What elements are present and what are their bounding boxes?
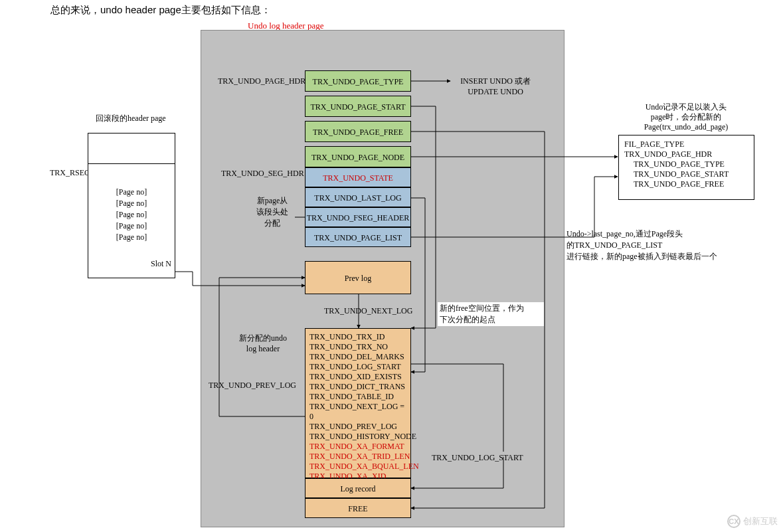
seg-hdr-cell: TRX_UNDO_STATE bbox=[305, 167, 411, 187]
seg-hdr-label: TRX_UNDO_SEG_HDR bbox=[221, 169, 304, 179]
hdr-line: TRX_UNDO_HISTORY_NODE bbox=[309, 432, 406, 442]
right-box-line: TRX_UNDO_PAGE_FREE bbox=[634, 179, 748, 189]
rseg-item: [Page no] bbox=[88, 232, 175, 243]
hdr-line: TRX_UNDO_TRX_NO bbox=[309, 342, 406, 352]
free-note: 新的free空间位置，作为 下次分配的起点 bbox=[438, 302, 544, 326]
rseg-item: [Page no] bbox=[88, 221, 175, 232]
rseg-box: [Page no] [Page no] [Page no] [Page no] … bbox=[88, 133, 175, 278]
free-cell: FREE bbox=[305, 498, 411, 518]
prev-log-label: TRX_UNDO_PREV_LOG bbox=[209, 381, 296, 391]
insert-update-note: INSERT UNDO 或者 UPDATE UNDO bbox=[449, 76, 542, 97]
hdr-line: TRX_UNDO_TRX_ID bbox=[309, 332, 406, 342]
hdr-line: TRX_UNDO_DEL_MARKS bbox=[309, 352, 406, 362]
hdr-line-xa: TRX_UNDO_XA_TRID_LEN bbox=[309, 452, 406, 462]
hdr-line: TRX_UNDO_NEXT_LOG = 0 bbox=[309, 402, 406, 422]
rseg-item: [Page no] bbox=[88, 209, 175, 221]
rseg-item: [Page no] bbox=[88, 198, 175, 209]
hdr-line: TRX_UNDO_TABLE_ID bbox=[309, 392, 406, 402]
slot-n-label: Slot N bbox=[88, 259, 175, 269]
watermark-icon: CX bbox=[727, 515, 740, 528]
rseg-label: TRX_RSEG bbox=[50, 168, 90, 178]
prev-log-cell: Prev log bbox=[305, 261, 411, 294]
log-record-cell: Log record bbox=[305, 478, 411, 498]
page-hdr-cell: TRX_UNDO_PAGE_TYPE bbox=[305, 70, 411, 92]
hdr-line: TRX_UNDO_DICT_TRANS bbox=[309, 382, 406, 392]
seg-hdr-cell: TRX_UNDO_FSEG_HEADER bbox=[305, 207, 411, 227]
undo-log-header-cell: TRX_UNDO_TRX_ID TRX_UNDO_TRX_NO TRX_UNDO… bbox=[305, 328, 411, 478]
right-box-line: TRX_UNDO_PAGE_HDR bbox=[624, 149, 748, 159]
page-hdr-cell: TRX_UNDO_PAGE_NODE bbox=[305, 146, 411, 167]
hdr-line-xa: TRX_UNDO_XA_FORMAT bbox=[309, 442, 406, 452]
page-hdr-cell: TRX_UNDO_PAGE_START bbox=[305, 96, 411, 117]
page-title: 总的来说，undo header page主要包括如下信息： bbox=[50, 4, 271, 17]
watermark: CX 创新互联 bbox=[727, 515, 778, 528]
rseg-caption: 回滚段的header page bbox=[96, 113, 166, 124]
rseg-item: [Page no] bbox=[88, 187, 175, 198]
page-hdr-label: TRX_UNDO_PAGE_HDR bbox=[218, 76, 305, 86]
right-box-caption: Undo记录不足以装入头 page时，会分配新的 Page(trx_undo_a… bbox=[630, 102, 742, 132]
page-hdr-cell: TRX_UNDO_PAGE_FREE bbox=[305, 121, 411, 142]
next-log-label: TRX_UNDO_NEXT_LOG bbox=[324, 306, 412, 316]
new-page-note: 新page从 该段头处 分配 bbox=[246, 195, 299, 229]
hdr-line-xa: TRX_UNDO_XA_BQUAL_LEN bbox=[309, 462, 406, 472]
log-start-label: TRX_UNDO_LOG_START bbox=[432, 453, 523, 463]
right-box-line: FIL_PAGE_TYPE bbox=[624, 139, 748, 149]
right-box-line: TRX_UNDO_PAGE_TYPE bbox=[634, 159, 748, 169]
new-undo-hdr-note: 新分配的undo log header bbox=[230, 333, 296, 354]
right-box: FIL_PAGE_TYPE TRX_UNDO_PAGE_HDR TRX_UNDO… bbox=[618, 135, 754, 200]
right-note: Undo->last_page_no,通过Page段头 的TRX_UNDO_PA… bbox=[566, 228, 779, 262]
hdr-line: TRX_UNDO_XID_EXISTS bbox=[309, 372, 406, 382]
hdr-line: TRX_UNDO_LOG_START bbox=[309, 362, 406, 372]
seg-hdr-cell: TRX_UNDO_LAST_LOG bbox=[305, 187, 411, 207]
right-box-line: TRX_UNDO_PAGE_START bbox=[634, 169, 748, 179]
hdr-line: TRX_UNDO_PREV_LOG bbox=[309, 422, 406, 432]
watermark-text: 创新互联 bbox=[743, 515, 778, 527]
seg-hdr-cell: TRX_UNDO_PAGE_LIST bbox=[305, 227, 411, 247]
